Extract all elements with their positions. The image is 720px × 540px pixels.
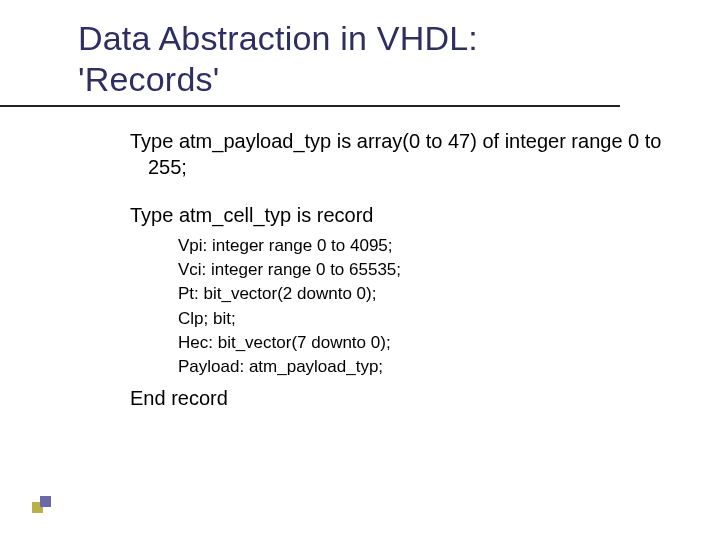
slide-title: Data Abstraction in VHDL: 'Records' xyxy=(78,18,580,101)
slide: Data Abstraction in VHDL: 'Records' Type… xyxy=(0,0,720,540)
field-hec: Hec: bit_vector(7 downto 0); xyxy=(178,331,680,355)
record-fields: Vpi: integer range 0 to 4095; Vci: integ… xyxy=(130,234,680,379)
field-payload: Payload: atm_payload_typ; xyxy=(178,355,680,379)
accent-squares-icon xyxy=(32,496,52,514)
record-close: End record xyxy=(130,385,680,411)
title-block: Data Abstraction in VHDL: 'Records' xyxy=(0,0,620,107)
field-clp: Clp; bit; xyxy=(178,307,680,331)
field-vci: Vci: integer range 0 to 65535; xyxy=(178,258,680,282)
body-block: Type atm_payload_typ is array(0 to 47) o… xyxy=(0,107,720,411)
field-vpi: Vpi: integer range 0 to 4095; xyxy=(178,234,680,258)
field-pt: Pt: bit_vector(2 downto 0); xyxy=(178,282,680,306)
payload-type-def: Type atm_payload_typ is array(0 to 47) o… xyxy=(130,129,680,180)
record-open: Type atm_cell_typ is record xyxy=(130,202,680,228)
